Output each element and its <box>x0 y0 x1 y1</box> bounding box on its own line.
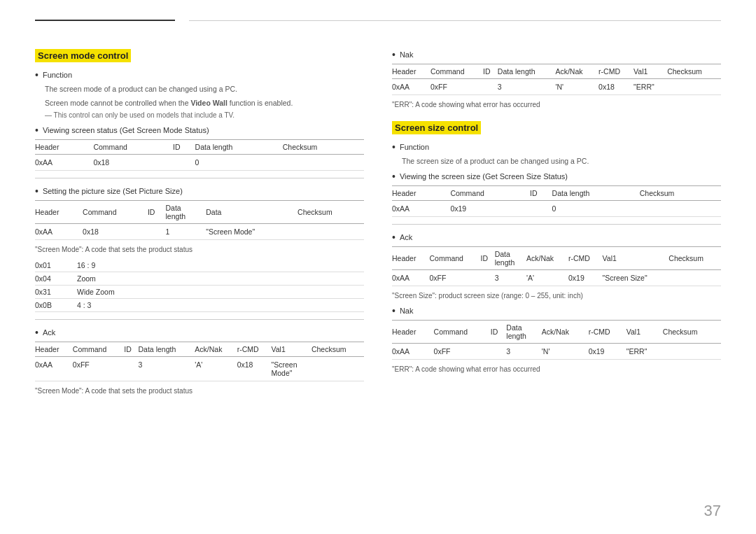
function-desc1: The screen mode of a product can be chan… <box>45 84 364 95</box>
t3h2: Command <box>73 342 124 356</box>
ack2-bullet: • Ack <box>392 232 721 244</box>
status-row-2: 0x04 Zoom <box>35 272 364 285</box>
t5r6: 0x19 <box>568 269 603 286</box>
function-desc2-text: Screen mode cannot be controlled when th… <box>45 99 188 107</box>
t5r4: 3 <box>495 269 526 286</box>
ntr2: 0xFF <box>430 78 483 94</box>
t4r3 <box>530 201 552 217</box>
table5-header-row: Header Command ID Datalength Ack/Nak r-C… <box>392 246 721 269</box>
t5h2: Command <box>430 246 481 269</box>
t4r5 <box>640 201 721 217</box>
function-desc2: Screen mode cannot be controlled when th… <box>45 98 364 109</box>
ack-label: Ack <box>43 327 55 339</box>
status-code-table: 0x01 16 : 9 0x04 Zoom 0x31 Wide Zoom 0x0… <box>35 259 364 312</box>
table1: Header Command ID Data length Checksum 0… <box>35 139 364 171</box>
sc1-value: 16 : 9 <box>77 259 364 272</box>
t5h5: Ack/Nak <box>526 246 568 269</box>
table3: Header Command ID Data length Ack/Nak r-… <box>35 342 364 381</box>
t2r1: 0xAA <box>35 223 83 239</box>
t3h4: Data length <box>139 342 195 356</box>
t3h7: Val1 <box>272 342 312 356</box>
ntr8 <box>667 78 721 94</box>
sc1-code: 0x01 <box>35 259 77 272</box>
divider3 <box>392 224 721 225</box>
video-wall-link: Video Wall <box>190 99 227 107</box>
t1r3 <box>173 155 195 171</box>
t1r1: 0xAA <box>35 155 93 171</box>
t2r2: 0x18 <box>83 223 148 239</box>
bullet-dot-9: • <box>392 305 396 317</box>
screen-mode-note2: "Screen Mode": A code that sets the prod… <box>35 387 364 395</box>
t5h6: r-CMD <box>568 246 603 269</box>
t2h4: Datalength <box>166 200 206 223</box>
t5r7: "Screen Size" <box>603 269 669 286</box>
t6h3: ID <box>491 320 506 343</box>
t2h2: Command <box>83 200 148 223</box>
sc2-code: 0x04 <box>35 272 77 285</box>
nak2-bullet: • Nak <box>392 305 721 317</box>
nth2: Command <box>430 64 483 78</box>
sc4-value: 4 : 3 <box>77 298 364 311</box>
nth7: Val1 <box>634 64 667 78</box>
table5: Header Command ID Datalength Ack/Nak r-C… <box>392 246 721 286</box>
divider1 <box>35 178 364 178</box>
t6r4: 3 <box>506 343 542 359</box>
sc2-value: Zoom <box>77 272 364 285</box>
function-desc2-end: function is enabled. <box>230 99 293 107</box>
left-section-title: Screen mode control <box>35 49 131 62</box>
bullet-dot-6: • <box>392 141 396 153</box>
t2h1: Header <box>35 200 83 223</box>
t3h8: Checksum <box>312 342 364 356</box>
nak-label: Nak <box>400 49 414 61</box>
t5r1: 0xAA <box>392 269 430 286</box>
t6r3 <box>491 343 506 359</box>
viewing-bullet: • Viewing screen status (Get Screen Mode… <box>35 125 364 136</box>
function-note: This control can only be used on models … <box>45 111 364 119</box>
t2r3 <box>148 223 166 239</box>
t3r6: 0x18 <box>237 356 272 381</box>
bullet-dot-4: • <box>35 327 38 339</box>
t6h5: Ack/Nak <box>542 320 589 343</box>
function-bullet: • Function <box>35 69 364 81</box>
nth1: Header <box>392 64 430 78</box>
t6r7: "ERR" <box>626 343 663 359</box>
viewing-label: Viewing screen status (Get Screen Mode S… <box>43 125 209 136</box>
table4-row: 0xAA 0x19 0 <box>392 201 721 217</box>
t4h2: Command <box>450 186 530 201</box>
status-row-1: 0x01 16 : 9 <box>35 259 364 272</box>
right-section-title: Screen size control <box>392 121 481 134</box>
t5h3: ID <box>480 246 494 269</box>
t1r2: 0x18 <box>93 155 173 171</box>
t2h3: ID <box>148 200 166 223</box>
t4h4: Data length <box>552 186 640 201</box>
bullet-dot-2: • <box>35 125 38 136</box>
t6r6: 0x19 <box>589 343 626 359</box>
ntr4: 3 <box>498 78 556 94</box>
page-number: 37 <box>704 502 721 520</box>
t1h5: Checksum <box>283 140 364 155</box>
t6h8: Checksum <box>663 320 721 343</box>
t6h1: Header <box>392 320 434 343</box>
t1h2: Command <box>93 140 173 155</box>
function-label: Function <box>43 69 72 81</box>
setting-bullet: • Setting the picture size (Set Picture … <box>35 185 364 197</box>
ack-bullet: • Ack <box>35 327 364 339</box>
t3r4: 3 <box>139 356 195 381</box>
t2r4: 1 <box>166 223 206 239</box>
viewing2-bullet: • Viewing the screen size (Get Screen Si… <box>392 171 721 183</box>
t6h2: Command <box>434 320 491 343</box>
setting-label: Setting the picture size (Set Picture Si… <box>43 185 183 197</box>
table4: Header Command ID Data length Checksum 0… <box>392 185 721 217</box>
t4r4: 0 <box>552 201 640 217</box>
t3r7: "ScreenMode" <box>272 356 312 381</box>
t4h5: Checksum <box>640 186 721 201</box>
viewing2-label: Viewing the screen size (Get Screen Size… <box>400 171 568 183</box>
t3h6: r-CMD <box>237 342 272 356</box>
t3h5: Ack/Nak <box>195 342 237 356</box>
t2h6: Checksum <box>298 200 364 223</box>
t4r2: 0x19 <box>450 201 530 217</box>
ntr1: 0xAA <box>392 78 430 94</box>
table5-row: 0xAA 0xFF 3 'A' 0x19 "Screen Size" <box>392 269 721 286</box>
right-column: • Nak Header Command ID Data length Ack/… <box>392 49 721 400</box>
t3r3 <box>124 356 138 381</box>
